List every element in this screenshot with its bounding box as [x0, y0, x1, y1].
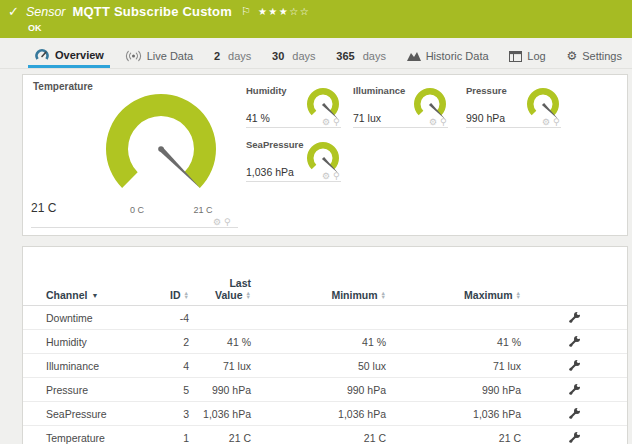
gauge-gear-icon[interactable]: ⚙ [213, 218, 221, 227]
tab-live-data-label: Live Data [147, 50, 193, 62]
gauge-pin-icon[interactable]: ⚲ [224, 218, 231, 227]
table-row-pressure: Pressure 5 990 hPa 990 hPa 990 hPa [23, 378, 627, 402]
settings-gear-icon: ⚙ [566, 49, 577, 63]
gauge-pin-icon[interactable]: ⚲ [333, 118, 340, 127]
cell-divider [31, 227, 238, 228]
tab-365-days[interactable]: 365 days [330, 44, 392, 68]
tab-log-label: Log [527, 50, 545, 62]
channel-minimum: 50 lux [251, 360, 386, 372]
channel-id: 3 [143, 408, 189, 420]
channel-edit-button[interactable] [521, 335, 627, 348]
channel-edit-button[interactable] [521, 431, 627, 444]
channel-id: -4 [143, 312, 189, 324]
channel-id: 2 [143, 336, 189, 348]
tab-2-days-number: 2 [214, 50, 220, 62]
historic-chart-icon [407, 50, 421, 62]
channel-name[interactable]: Downtime [23, 312, 143, 324]
gauge-scale-max: 21 C [188, 205, 218, 215]
table-row-humidity: Humidity 2 41 % 41 % 41 % [23, 330, 627, 354]
tab-live-data[interactable]: Live Data [119, 44, 199, 68]
cell-divider [246, 181, 341, 182]
channel-last-value: 41 % [189, 336, 251, 348]
gauge-pin-icon[interactable]: ⚲ [440, 118, 447, 127]
channel-name[interactable]: Humidity [23, 336, 143, 348]
gauge-gear-icon[interactable]: ⚙ [322, 172, 330, 181]
channel-edit-button[interactable] [521, 311, 627, 324]
column-header-value-label: Value [215, 289, 242, 301]
table-row-temperature: Temperature 1 21 C 21 C 21 C [23, 426, 627, 444]
gauge-temperature-value: 21 C [31, 201, 56, 215]
tab-historic-data[interactable]: Historic Data [401, 44, 495, 68]
sensor-title: MQTT Subscribe Custom [73, 4, 233, 19]
priority-flag-icon[interactable]: ⚐ [241, 5, 251, 18]
priority-stars[interactable]: ★★★☆☆ [258, 6, 310, 17]
table-row-illuminance: Illuminance 4 71 lux 50 lux 71 lux [23, 354, 627, 378]
gauge-icon [34, 48, 50, 62]
status-ok-check-icon: ✓ [8, 4, 19, 19]
table-row-downtime: Downtime -4 [23, 306, 627, 330]
tab-overview[interactable]: Overview [28, 44, 110, 68]
temperature-gauge-dial [96, 87, 236, 217]
stars-empty[interactable]: ☆☆ [289, 6, 310, 17]
tab-settings[interactable]: ⚙ Settings [560, 44, 628, 68]
channel-last-value: 990 hPa [189, 384, 251, 396]
cell-divider [466, 127, 561, 128]
column-header-last-value[interactable]: Last Value▲▼ [189, 277, 251, 301]
cell-divider [353, 127, 448, 128]
gauge-humidity-label: Humidity [246, 85, 287, 96]
channel-edit-button[interactable] [521, 383, 627, 396]
gauge-temperature: Temperature 0 C 21 C 21 C ⚙ ⚲ [31, 79, 241, 233]
channel-last-value: 71 lux [189, 360, 251, 372]
gauge-gear-icon[interactable]: ⚙ [322, 118, 330, 127]
tab-2-days-label: days [228, 50, 251, 62]
channel-table-panel: Channel ▼ ID ▲▼ Last Value▲▼ Minimum ▲▼ … [22, 246, 628, 444]
channel-minimum: 1,036 hPa [251, 408, 386, 420]
gauge-gear-icon[interactable]: ⚙ [429, 118, 437, 127]
channel-name[interactable]: Temperature [23, 432, 143, 444]
wrench-icon [568, 407, 581, 420]
channel-edit-button[interactable] [521, 359, 627, 372]
wrench-icon [568, 311, 581, 324]
gauge-illuminance: Illuminance 71 lux ⚙ ⚲ [353, 85, 448, 129]
channel-name[interactable]: Pressure [23, 384, 143, 396]
tab-divider [0, 68, 632, 69]
sensor-status-header: ✓ Sensor MQTT Subscribe Custom ⚐ ★★★☆☆ O… [0, 0, 632, 38]
column-header-id[interactable]: ID ▲▼ [143, 289, 189, 301]
channel-minimum: 41 % [251, 336, 386, 348]
sensor-status-badge: OK [28, 23, 42, 33]
tab-30-days-number: 30 [272, 50, 284, 62]
gauge-illuminance-label: Illuminance [353, 85, 405, 96]
gauge-seapressure: SeaPressure 1,036 hPa ⚙ ⚲ [246, 139, 341, 183]
column-header-maximum-label: Maximum [464, 289, 512, 301]
channel-last-value: 21 C [189, 432, 251, 444]
wrench-icon [568, 359, 581, 372]
tab-30-days[interactable]: 30 days [266, 44, 322, 68]
column-header-last-label: Last [229, 277, 251, 289]
channel-name[interactable]: Illuminance [23, 360, 143, 372]
channel-maximum: 990 hPa [386, 384, 521, 396]
gauges-panel: Temperature 0 C 21 C 21 C ⚙ ⚲ Humidity 4… [22, 74, 628, 236]
tab-30-days-label: days [292, 50, 315, 62]
column-header-minimum[interactable]: Minimum ▲▼ [251, 289, 386, 301]
gauge-pin-icon[interactable]: ⚲ [553, 118, 560, 127]
gauge-pressure: Pressure 990 hPa ⚙ ⚲ [466, 85, 561, 129]
gauge-seapressure-value: 1,036 hPa [246, 166, 294, 178]
gauge-pressure-value: 990 hPa [466, 112, 505, 124]
object-kind-label: Sensor [26, 5, 66, 19]
channel-name[interactable]: SeaPressure [23, 408, 143, 420]
gauge-pin-icon[interactable]: ⚲ [333, 172, 340, 181]
channel-minimum: 990 hPa [251, 384, 386, 396]
tab-365-days-number: 365 [336, 50, 354, 62]
tab-settings-label: Settings [582, 50, 622, 62]
tab-2-days[interactable]: 2 days [208, 44, 257, 68]
gauge-gear-icon[interactable]: ⚙ [542, 118, 550, 127]
tab-log[interactable]: Log [503, 44, 551, 68]
channel-maximum: 41 % [386, 336, 521, 348]
column-header-channel[interactable]: Channel ▼ [23, 289, 143, 301]
gauge-humidity-value: 41 % [246, 112, 270, 124]
wrench-icon [568, 335, 581, 348]
channel-edit-button[interactable] [521, 407, 627, 420]
wrench-icon [568, 431, 581, 444]
stars-filled[interactable]: ★★★ [258, 6, 289, 17]
column-header-maximum[interactable]: Maximum ▲▼ [386, 289, 521, 301]
